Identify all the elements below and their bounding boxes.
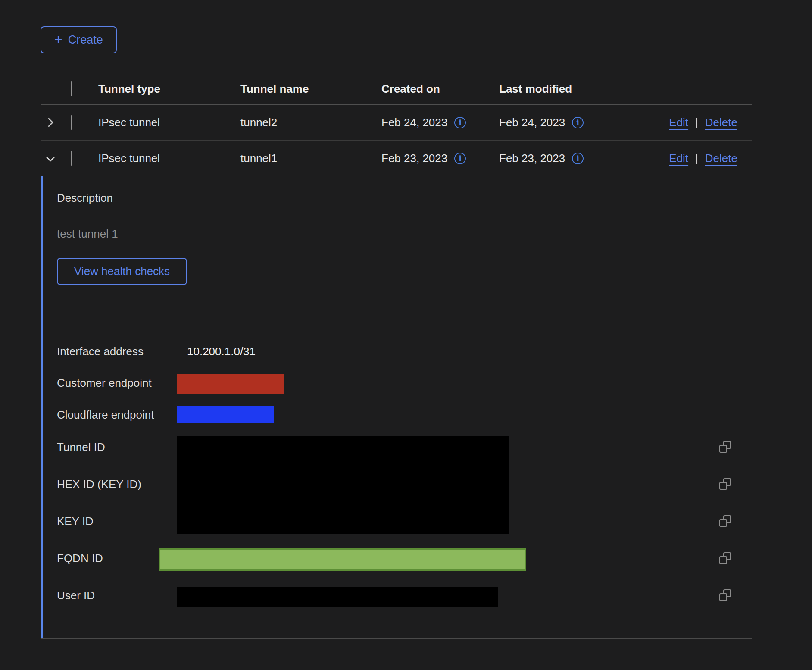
fqdn-id-label: FQDN ID (57, 552, 103, 565)
user-id-redacted-value (177, 587, 498, 607)
actions-separator: | (695, 116, 698, 129)
cloudflare-endpoint-label: Cloudflare endpoint (57, 408, 154, 422)
customer-endpoint-redacted-value (177, 374, 284, 394)
column-header-tunnel-name: Tunnel name (240, 82, 381, 96)
customer-endpoint-label: Customer endpoint (57, 376, 152, 390)
collapse-row-chevron-down-icon[interactable] (41, 152, 71, 165)
tunnels-page: + Create Tunnel type Tunnel name Created… (0, 0, 812, 670)
edit-link[interactable]: Edit (669, 152, 688, 165)
interface-address-value: 10.200.1.0/31 (187, 345, 256, 358)
panel-bottom-divider (41, 638, 752, 639)
row-checkbox[interactable] (71, 151, 72, 166)
panel-divider (57, 313, 735, 313)
last-modified-cell: Feb 23, 2023 (499, 152, 565, 165)
fqdn-id-redacted-value (159, 548, 526, 571)
copy-hex-id-button[interactable] (719, 478, 733, 492)
create-button[interactable]: + Create (41, 26, 117, 53)
tunnel-name-cell: tunnel2 (240, 116, 381, 129)
column-header-last-modified: Last modified (499, 82, 614, 96)
info-icon[interactable]: i (572, 153, 584, 164)
hex-id-label: HEX ID (KEY ID) (57, 478, 141, 491)
table-header-row: Tunnel type Tunnel name Created on Last … (41, 73, 752, 105)
tunnel-name-cell: tunnel1 (240, 152, 381, 165)
delete-link[interactable]: Delete (705, 116, 737, 129)
tunnels-table: Tunnel type Tunnel name Created on Last … (41, 73, 752, 176)
table-row: IPsec tunnel tunnel1 Feb 23, 2023 i Feb … (41, 141, 752, 176)
interface-address-label: Interface address (57, 345, 144, 358)
table-row: IPsec tunnel tunnel2 Feb 24, 2023 i Feb … (41, 105, 752, 141)
description-text: test tunnel 1 (57, 227, 118, 241)
select-all-checkbox[interactable] (71, 81, 72, 96)
expanded-panel-accent-bar (41, 176, 43, 639)
actions-separator: | (695, 152, 698, 165)
expand-row-chevron-right-icon[interactable] (41, 116, 71, 129)
edit-link[interactable]: Edit (669, 116, 688, 129)
info-icon[interactable]: i (454, 117, 466, 128)
ids-redacted-block (177, 436, 509, 534)
copy-tunnel-id-button[interactable] (719, 441, 733, 454)
tunnel-type-cell: IPsec tunnel (98, 152, 240, 165)
row-checkbox[interactable] (71, 115, 72, 130)
plus-icon: + (54, 32, 62, 46)
created-on-cell: Feb 23, 2023 (381, 152, 447, 165)
user-id-label: User ID (57, 589, 95, 602)
column-header-created-on: Created on (381, 82, 499, 96)
copy-user-id-button[interactable] (719, 589, 733, 603)
cloudflare-endpoint-redacted-value (177, 406, 274, 423)
info-icon[interactable]: i (454, 153, 466, 164)
created-on-cell: Feb 24, 2023 (381, 116, 447, 129)
create-button-label: Create (68, 33, 103, 47)
view-health-checks-button[interactable]: View health checks (57, 258, 187, 285)
last-modified-cell: Feb 24, 2023 (499, 116, 565, 129)
tunnel-type-cell: IPsec tunnel (98, 116, 240, 129)
copy-fqdn-id-button[interactable] (719, 552, 733, 566)
description-label: Description (57, 191, 113, 205)
info-icon[interactable]: i (572, 117, 584, 128)
tunnel-id-label: Tunnel ID (57, 441, 105, 454)
copy-key-id-button[interactable] (719, 515, 733, 529)
delete-link[interactable]: Delete (705, 152, 737, 165)
column-header-tunnel-type: Tunnel type (98, 82, 240, 96)
key-id-label: KEY ID (57, 515, 94, 528)
